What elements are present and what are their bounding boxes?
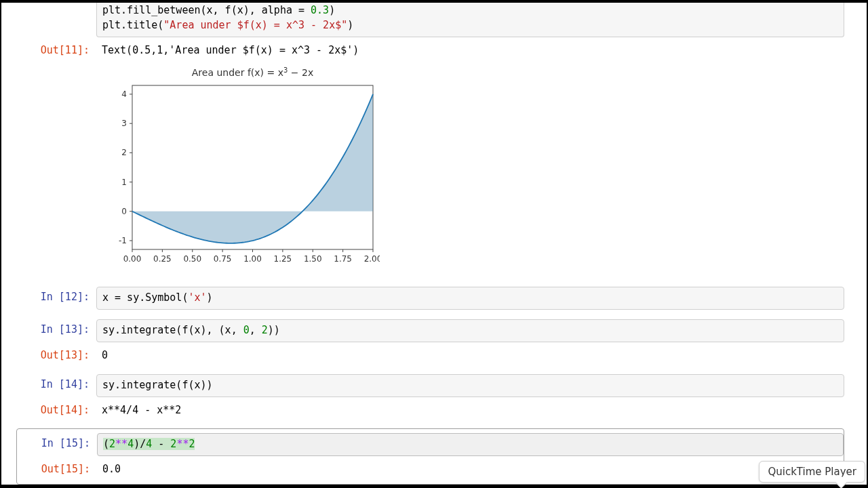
- code-token: ): [207, 291, 213, 304]
- svg-text:-1: -1: [119, 236, 127, 245]
- code-token: )): [268, 324, 280, 336]
- code-input-15[interactable]: (2**4)/4 - 2**2: [97, 433, 844, 456]
- code-number: 4: [146, 438, 152, 450]
- svg-text:2.00: 2.00: [364, 254, 380, 264]
- cell-in-13: In [13]: sy.integrate(f(x), (x, 0, 2)): [16, 319, 844, 342]
- cell-in-12: In [12]: x = sy.Symbol('x'): [16, 287, 844, 310]
- code-number: 0.3: [311, 4, 329, 16]
- chart-svg: Area under f(x) = x3 − 2x0.000.250.500.7…: [102, 65, 380, 268]
- code-input-14[interactable]: sy.integrate(f(x)): [96, 374, 844, 397]
- code-token: )/: [134, 438, 146, 450]
- code-token: -: [152, 438, 170, 450]
- code-number: 0: [243, 324, 250, 336]
- cell-out-13: Out[13]: 0: [16, 345, 844, 367]
- prompt-empty: [16, 64, 96, 274]
- cell-in-15: In [15]: (2**4)/4 - 2**2: [17, 433, 844, 456]
- svg-text:3: 3: [121, 119, 127, 128]
- prompt-in-11: [16, 3, 96, 37]
- output-text-14: x**4/4 - x**2: [96, 400, 844, 422]
- prompt-out-15: Out[15]:: [17, 459, 97, 481]
- quicktime-popup[interactable]: QuickTime Player: [759, 461, 865, 483]
- output-text-13: 0: [96, 345, 844, 367]
- code-line: plt.title(: [102, 19, 163, 31]
- code-number: 2: [262, 324, 268, 336]
- code-number: 2: [189, 438, 195, 450]
- prompt-out-11: Out[11]:: [16, 40, 96, 62]
- prompt-in-13: In [13]:: [16, 319, 96, 342]
- svg-text:1.75: 1.75: [334, 254, 352, 264]
- cell-out-11: Out[11]: Text(0.5,1,'Area under $f(x) = …: [16, 40, 844, 62]
- code-number: 2: [109, 438, 115, 450]
- code-op: **: [115, 438, 127, 450]
- notebook: plt.fill_between(x, f(x), alpha = 0.3) p…: [16, 3, 844, 485]
- code-token: ,: [250, 324, 262, 336]
- svg-text:2: 2: [121, 148, 127, 158]
- code-string: "Area under $f(x) = x^3 - 2x$": [163, 19, 347, 31]
- prompt-in-12: In [12]:: [16, 287, 96, 310]
- cell-in-11-partial: plt.fill_between(x, f(x), alpha = 0.3) p…: [16, 3, 844, 37]
- code-line: plt.fill_between(x, f(x), alpha =: [102, 4, 311, 16]
- svg-text:1.00: 1.00: [243, 254, 262, 264]
- svg-text:1.50: 1.50: [304, 254, 322, 264]
- cell-display-11: Area under f(x) = x3 − 2x0.000.250.500.7…: [16, 64, 844, 274]
- plot-output: Area under f(x) = x3 − 2x0.000.250.500.7…: [96, 64, 844, 274]
- svg-text:1: 1: [121, 178, 127, 187]
- svg-text:0.75: 0.75: [214, 254, 232, 264]
- cell-out-14: Out[14]: x**4/4 - x**2: [16, 400, 844, 422]
- code-token: x = sy.Symbol(: [102, 291, 188, 304]
- svg-text:1.25: 1.25: [274, 254, 292, 264]
- cell-selected-15: In [15]: (2**4)/4 - 2**2 Out[15]: 0.0: [16, 428, 844, 485]
- code-input-11[interactable]: plt.fill_between(x, f(x), alpha = 0.3) p…: [96, 3, 844, 37]
- svg-text:0.25: 0.25: [153, 254, 172, 264]
- cell-out-15: Out[15]: 0.0: [17, 459, 844, 481]
- prompt-out-13: Out[13]:: [16, 345, 96, 367]
- svg-text:0: 0: [121, 207, 127, 216]
- svg-text:4: 4: [121, 89, 127, 99]
- code-string: 'x': [188, 291, 206, 304]
- prompt-out-14: Out[14]:: [16, 400, 96, 422]
- letterbox-bottom: [0, 485, 868, 488]
- svg-text:0.50: 0.50: [183, 254, 201, 264]
- code-op: **: [176, 438, 189, 450]
- prompt-in-15: In [15]:: [17, 433, 97, 456]
- svg-text:Area under f(x) = x3 − 2x: Area under f(x) = x3 − 2x: [192, 66, 313, 79]
- code-token: sy.integrate(f(x), (x,: [102, 324, 243, 336]
- code-input-13[interactable]: sy.integrate(f(x), (x, 0, 2)): [96, 319, 844, 342]
- letterbox-left: [0, 0, 1, 488]
- cell-in-14: In [14]: sy.integrate(f(x)): [16, 374, 844, 397]
- code-token: (: [103, 438, 109, 450]
- output-text-15: 0.0: [97, 459, 844, 481]
- svg-text:0.00: 0.00: [123, 254, 142, 264]
- prompt-in-14: In [14]:: [16, 374, 96, 397]
- output-text-11: Text(0.5,1,'Area under $f(x) = x^3 - 2x$…: [96, 40, 844, 62]
- code-input-12[interactable]: x = sy.Symbol('x'): [96, 287, 844, 310]
- code-number: 4: [127, 438, 134, 450]
